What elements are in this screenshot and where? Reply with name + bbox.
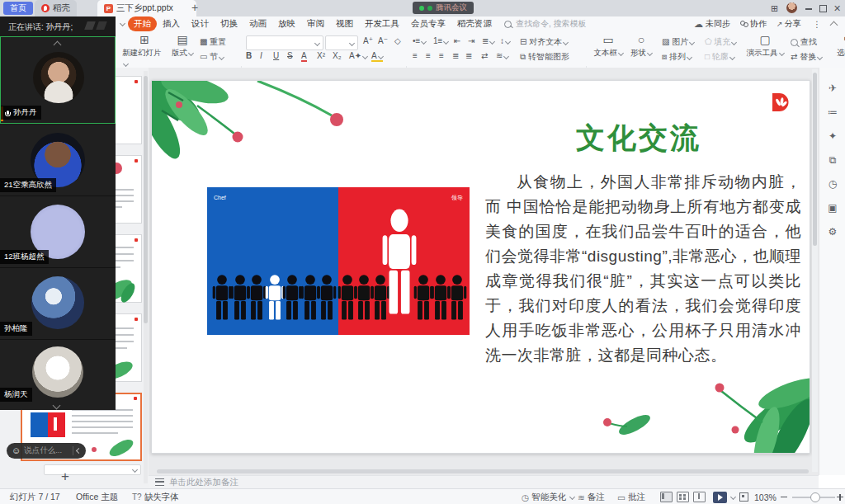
- decrease-indent-icon[interactable]: ⇤: [454, 36, 460, 45]
- text-effects-button[interactable]: A✦: [349, 51, 367, 60]
- collapse-panel-icon[interactable]: [54, 41, 62, 49]
- user-avatar[interactable]: [786, 2, 797, 13]
- row-spacing-icon[interactable]: ⇄: [481, 51, 488, 60]
- reading-view-button[interactable]: [693, 489, 706, 504]
- ribbon-tab-insert[interactable]: 插入: [157, 16, 186, 31]
- picture-button[interactable]: ▨ 图片: [662, 36, 694, 48]
- canvas-horizontal-scrollbar[interactable]: [149, 469, 819, 474]
- collapse-chat-icon[interactable]: [76, 448, 82, 454]
- ribbon-tab-review[interactable]: 审阅: [301, 16, 330, 31]
- quick-menu-caret-icon[interactable]: [120, 20, 125, 26]
- sync-status[interactable]: 未同步: [706, 18, 730, 30]
- zoom-out-button[interactable]: [781, 489, 787, 504]
- participant-tile[interactable]: 孙柏隆: [0, 268, 116, 340]
- bullet-list-button[interactable]: •≡: [413, 36, 426, 45]
- emoji-icon[interactable]: ☺: [12, 446, 21, 455]
- notes-button[interactable]: ≋备注: [578, 489, 605, 504]
- normal-view-button[interactable]: [660, 489, 673, 504]
- smart-create-icon[interactable]: ✈: [827, 82, 838, 94]
- layout-button[interactable]: ▤ 版式: [168, 34, 196, 59]
- chat-input[interactable]: 说点什么...: [24, 445, 62, 456]
- missing-font-warning[interactable]: T?缺失字体: [132, 489, 179, 504]
- slide-body-text[interactable]: 从食物上，外国人非常排斥动物内脏，而 中国恰恰是能把动物身上所有地方都变成美食的…: [485, 170, 801, 368]
- subscript-button[interactable]: X₂: [333, 51, 342, 60]
- ribbon-tab-slideshow[interactable]: 放映: [272, 16, 301, 31]
- number-list-button[interactable]: 1≡: [433, 36, 448, 45]
- align-left-icon[interactable]: ≡: [413, 51, 418, 60]
- highlight-button[interactable]: A: [371, 51, 383, 62]
- align-center-icon[interactable]: ≡: [426, 51, 431, 60]
- object-properties-icon[interactable]: ≔: [827, 106, 838, 118]
- font-size-input[interactable]: [325, 35, 358, 50]
- outline-button[interactable]: □ 轮廓: [705, 51, 734, 63]
- text-box-button[interactable]: ▭ 文本框: [591, 34, 625, 59]
- slide-page[interactable]: 文化交流 从食物上，外国人非常排斥动物内脏，而 中国恰恰是能把动物身上所有地方都…: [151, 80, 810, 454]
- present-tools-button[interactable]: ▢ 演示工具: [744, 34, 786, 59]
- slide-title[interactable]: 文化交流: [482, 119, 795, 158]
- play-slideshow-button[interactable]: [713, 489, 735, 504]
- collapse-ribbon-icon[interactable]: [830, 21, 838, 30]
- increase-indent-icon[interactable]: ⇥: [468, 36, 474, 45]
- find-button[interactable]: 查找: [791, 36, 817, 48]
- strikethrough-button[interactable]: S: [287, 51, 293, 60]
- more-menu-icon[interactable]: ⋮: [813, 19, 822, 29]
- ribbon-tab-home[interactable]: 开始: [128, 16, 157, 31]
- meeting-chat-bar[interactable]: ☺ 说点什么...: [7, 443, 86, 459]
- home-button[interactable]: 首页: [3, 2, 33, 15]
- maximize-button[interactable]: [819, 5, 827, 12]
- zoom-in-button[interactable]: [837, 489, 843, 504]
- boss-comparison-infographic[interactable]: Chef 领导: [207, 187, 470, 335]
- fit-to-window-icon[interactable]: [739, 489, 748, 504]
- smart-graphic-button[interactable]: ⧉ 转智能图形: [520, 51, 569, 63]
- ribbon-tab-transition[interactable]: 切换: [215, 16, 243, 31]
- new-tab-button[interactable]: +: [191, 1, 198, 14]
- expand-panel-icon[interactable]: [53, 402, 61, 410]
- image-tools-icon[interactable]: ▣: [827, 202, 838, 214]
- line-spacing-icon[interactable]: ↕: [500, 36, 510, 45]
- collaborate-button[interactable]: 协作: [750, 18, 767, 30]
- settings-gear-icon[interactable]: ⚙: [827, 226, 838, 238]
- clear-format-icon[interactable]: ◇: [394, 36, 401, 45]
- notes-bar[interactable]: 单击此处添加备注: [149, 475, 819, 488]
- replace-button[interactable]: ⇄ 替换: [791, 51, 822, 63]
- theme-name[interactable]: Office 主题: [76, 489, 118, 504]
- ribbon-tab-docer-res[interactable]: 稻壳资源: [451, 16, 498, 31]
- slide-layout-combo[interactable]: [44, 464, 141, 475]
- font-color-button[interactable]: A: [301, 51, 307, 62]
- italic-button[interactable]: I: [260, 51, 262, 60]
- shrink-font-button[interactable]: A⁻: [378, 36, 388, 45]
- bold-button[interactable]: B: [246, 51, 252, 60]
- add-slide-button[interactable]: +: [61, 469, 69, 485]
- meeting-floating-pill[interactable]: 腾讯会议: [413, 2, 474, 14]
- underline-button[interactable]: U: [273, 51, 279, 60]
- beautify-icon[interactable]: ✦: [827, 130, 838, 142]
- shape-button[interactable]: ○ 形状: [627, 34, 655, 59]
- workspace-grid-icon[interactable]: ⊞: [771, 3, 778, 14]
- canvas-vertical-scrollbar[interactable]: [812, 69, 818, 472]
- justify-icon[interactable]: ≣: [452, 51, 459, 60]
- history-icon[interactable]: ◷: [827, 178, 838, 190]
- thumbnail-scrollbar[interactable]: [144, 71, 148, 483]
- align-right-icon[interactable]: ≡: [439, 51, 444, 60]
- participant-tile[interactable]: 12班杨超然: [0, 196, 116, 268]
- ribbon-tab-view[interactable]: 视图: [330, 16, 359, 31]
- participant-tile[interactable]: 孙丹丹: [0, 36, 116, 124]
- participant-tile[interactable]: 21空乘高欣然: [0, 125, 116, 196]
- select-button[interactable]: ↖ 选择: [833, 34, 845, 59]
- distribute-icon[interactable]: ≣: [465, 51, 472, 60]
- tab-document-active[interactable]: P 三下乡ppt.pptx: [97, 0, 196, 16]
- ribbon-tab-design[interactable]: 设计: [186, 16, 215, 31]
- new-slide-button[interactable]: ⊞ 新建幻灯片: [122, 34, 167, 68]
- arrange-button[interactable]: ⧈ 排列: [662, 51, 692, 63]
- comments-button[interactable]: ▭批注: [617, 489, 645, 504]
- ribbon-tab-member[interactable]: 会员专享: [405, 16, 451, 31]
- font-family-input[interactable]: [246, 35, 323, 50]
- close-button[interactable]: ✕: [833, 3, 841, 14]
- ribbon-tab-animation[interactable]: 动画: [243, 16, 272, 31]
- minimize-button[interactable]: [805, 8, 812, 10]
- search-icon[interactable]: [504, 21, 512, 28]
- column-spacing-icon[interactable]: ≋: [496, 51, 508, 60]
- ribbon-tab-devtools[interactable]: 开发工具: [359, 16, 405, 31]
- reset-button[interactable]: ▩ 重置: [200, 36, 226, 48]
- grow-font-button[interactable]: A⁺: [363, 36, 373, 45]
